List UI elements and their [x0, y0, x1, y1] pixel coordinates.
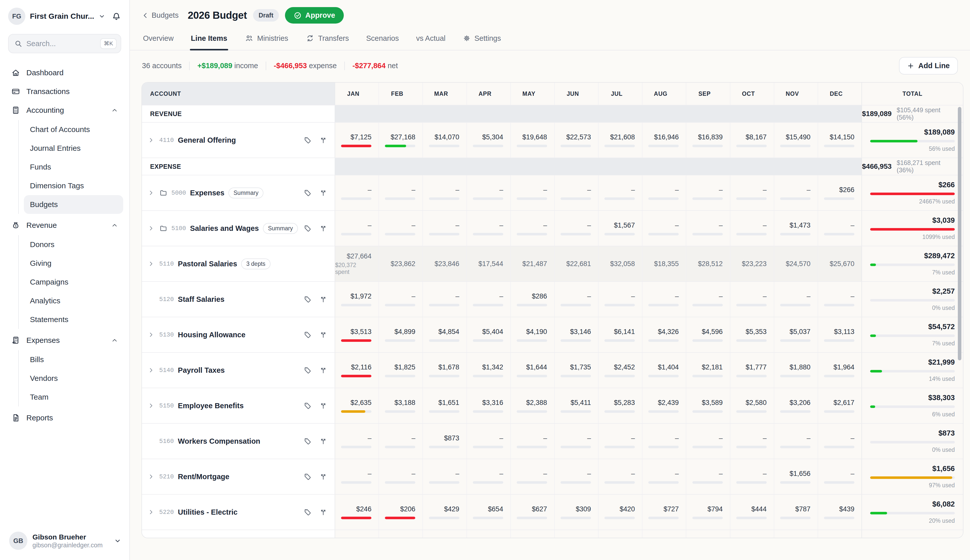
- budget-month-cell[interactable]: $3,206: [774, 388, 818, 423]
- budget-month-cell[interactable]: $2,635: [335, 388, 379, 423]
- expand-chevron-icon[interactable]: [147, 224, 155, 232]
- sidebar-item-chart-of-accounts[interactable]: Chart of Accounts: [24, 120, 123, 139]
- budget-month-cell[interactable]: –: [642, 459, 686, 494]
- budget-month-cell[interactable]: –: [422, 211, 466, 246]
- budget-month-cell[interactable]: $4,190: [510, 317, 554, 352]
- sidebar-item-statements[interactable]: Statements: [24, 310, 123, 329]
- sidebar-item-donors[interactable]: Donors: [24, 235, 123, 254]
- account-cell[interactable]: 5100Salaries and WagesSummary: [142, 211, 335, 246]
- budget-month-cell[interactable]: $1,777: [730, 353, 774, 388]
- budget-month-cell[interactable]: –: [730, 282, 774, 317]
- tag-icon[interactable]: [303, 366, 312, 375]
- split-icon[interactable]: [319, 472, 327, 481]
- split-icon[interactable]: [319, 295, 327, 303]
- budget-month-cell[interactable]: –: [422, 459, 466, 494]
- notifications-bell-icon[interactable]: [112, 12, 121, 21]
- sidebar-item-expenses[interactable]: Expenses: [6, 331, 123, 350]
- budget-month-cell[interactable]: –: [422, 175, 466, 210]
- sidebar-item-team[interactable]: Team: [24, 388, 123, 407]
- budget-month-cell[interactable]: $3,589: [686, 388, 730, 423]
- sidebar-item-funds[interactable]: Funds: [24, 158, 123, 177]
- budget-month-cell[interactable]: –: [466, 175, 510, 210]
- tag-icon[interactable]: [303, 188, 312, 197]
- account-cell[interactable]: 5150Employee Benefits: [142, 388, 335, 423]
- account-cell[interactable]: 5160Workers Compensation: [142, 424, 335, 458]
- budget-month-cell[interactable]: $3,146: [554, 317, 598, 352]
- budget-month-cell[interactable]: $28,512: [686, 246, 730, 281]
- budget-month-cell[interactable]: –: [730, 459, 774, 494]
- tag-icon[interactable]: [303, 402, 312, 410]
- budget-month-cell[interactable]: $14,150: [818, 123, 861, 158]
- budget-month-cell[interactable]: $5,283: [598, 388, 642, 423]
- budget-month-cell[interactable]: –: [554, 282, 598, 317]
- budget-month-cell[interactable]: –: [554, 211, 598, 246]
- budget-month-cell[interactable]: $1,473: [774, 211, 818, 246]
- budget-month-cell[interactable]: $21,608: [598, 123, 642, 158]
- tab-overview[interactable]: Overview: [142, 28, 175, 50]
- budget-month-cell[interactable]: $23,846: [422, 246, 466, 281]
- budget-month-cell[interactable]: $1,972: [335, 282, 379, 317]
- expand-chevron-icon[interactable]: [147, 260, 155, 268]
- budget-month-cell[interactable]: $5,037: [774, 317, 818, 352]
- budget-month-cell[interactable]: $5,411: [554, 388, 598, 423]
- budget-month-cell[interactable]: $1,651: [422, 388, 466, 423]
- expand-chevron-icon[interactable]: [147, 366, 155, 374]
- budget-month-cell[interactable]: –: [818, 211, 861, 246]
- budget-month-cell[interactable]: $2,580: [730, 388, 774, 423]
- expand-chevron-icon[interactable]: [147, 402, 155, 410]
- sidebar-item-accounting[interactable]: Accounting: [6, 101, 123, 120]
- sidebar-item-bills[interactable]: Bills: [24, 350, 123, 369]
- budget-month-cell[interactable]: $14,070: [422, 123, 466, 158]
- tag-icon[interactable]: [303, 472, 312, 481]
- sidebar-item-dashboard[interactable]: Dashboard: [6, 63, 123, 82]
- budget-month-cell[interactable]: $794: [686, 495, 730, 530]
- sidebar-item-dimension-tags[interactable]: Dimension Tags: [24, 177, 123, 195]
- breadcrumb[interactable]: Budgets: [142, 11, 179, 20]
- budget-month-cell[interactable]: –: [686, 459, 730, 494]
- budget-month-cell[interactable]: $32,058: [598, 246, 642, 281]
- budget-month-cell[interactable]: $2,388: [510, 388, 554, 423]
- budget-month-cell[interactable]: –: [598, 175, 642, 210]
- account-cell[interactable]: 5120Staff Salaries: [142, 282, 335, 317]
- budget-month-cell[interactable]: $7,125: [335, 123, 379, 158]
- budget-month-cell[interactable]: $1,964: [818, 353, 861, 388]
- tag-icon[interactable]: [303, 136, 312, 145]
- account-cell[interactable]: 5110Pastoral Salaries3 depts: [142, 246, 335, 281]
- budget-month-cell[interactable]: $3,316: [466, 388, 510, 423]
- budget-month-cell[interactable]: $16,839: [686, 123, 730, 158]
- account-cell[interactable]: 5210Rent/Mortgage: [142, 459, 335, 494]
- budget-month-cell[interactable]: –: [598, 459, 642, 494]
- budget-month-cell[interactable]: $21,487: [510, 246, 554, 281]
- approve-button[interactable]: Approve: [285, 7, 344, 23]
- tab-vs-actual[interactable]: vs Actual: [415, 28, 446, 50]
- split-icon[interactable]: [319, 188, 327, 197]
- tab-transfers[interactable]: Transfers: [304, 28, 350, 50]
- sidebar-item-analytics[interactable]: Analytics: [24, 292, 123, 310]
- budget-month-cell[interactable]: –: [818, 459, 861, 494]
- sidebar-item-revenue[interactable]: $Revenue: [6, 216, 123, 235]
- split-icon[interactable]: [319, 437, 327, 445]
- budget-month-cell[interactable]: –: [642, 424, 686, 458]
- budget-month-cell[interactable]: $1,644: [510, 353, 554, 388]
- budget-month-cell[interactable]: $420: [598, 495, 642, 530]
- budget-month-cell[interactable]: –: [554, 424, 598, 458]
- budget-month-cell[interactable]: $246: [335, 495, 379, 530]
- budget-month-cell[interactable]: $1,404: [642, 353, 686, 388]
- account-cell[interactable]: 5220Utilities - Electric: [142, 495, 335, 530]
- budget-month-cell[interactable]: –: [466, 282, 510, 317]
- budget-month-cell[interactable]: –: [335, 175, 379, 210]
- budget-month-cell[interactable]: $3,113: [818, 317, 861, 352]
- budget-month-cell[interactable]: –: [774, 282, 818, 317]
- budget-month-cell[interactable]: –: [598, 282, 642, 317]
- budget-month-cell[interactable]: $4,326: [642, 317, 686, 352]
- budget-month-cell[interactable]: –: [642, 175, 686, 210]
- budget-month-cell[interactable]: $2,439: [642, 388, 686, 423]
- budget-month-cell[interactable]: $5,304: [466, 123, 510, 158]
- budget-month-cell[interactable]: $3,188: [379, 388, 422, 423]
- user-menu[interactable]: GB Gibson Brueher gibson@grainledger.com: [6, 528, 124, 553]
- budget-month-cell[interactable]: –: [335, 459, 379, 494]
- expand-chevron-icon[interactable]: [147, 331, 155, 339]
- budget-month-cell[interactable]: $654: [466, 495, 510, 530]
- account-cell[interactable]: 5000ExpensesSummary: [142, 175, 335, 210]
- split-icon[interactable]: [319, 330, 327, 339]
